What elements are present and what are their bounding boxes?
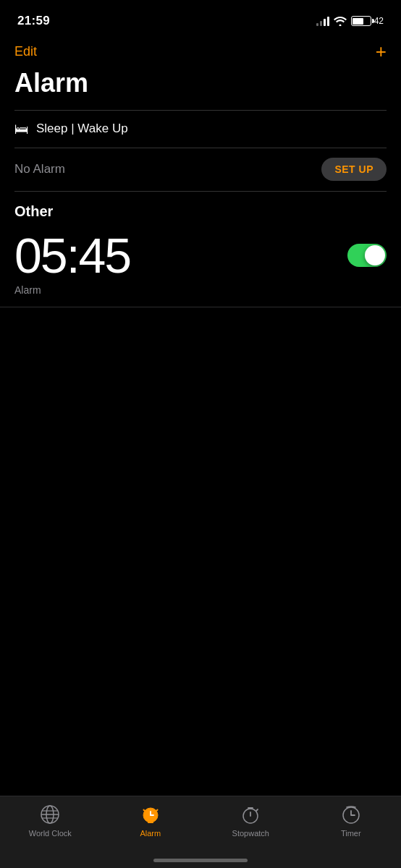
tab-stopwatch-label: Stopwatch [232,829,269,838]
wifi-icon [334,16,347,26]
no-alarm-row: No Alarm SET UP [0,148,401,191]
add-alarm-button[interactable]: + [376,42,387,61]
status-time: 21:59 [17,14,50,28]
timer-icon [340,804,362,825]
sleep-section-header: 🛏 Sleep | Wake Up [0,111,401,148]
status-icons: 42 [316,16,384,26]
other-section: Other [0,192,401,220]
status-bar: 21:59 42 [0,0,401,36]
alarm-time: 05:45 [14,229,130,283]
tab-alarm[interactable]: Alarm [125,804,176,838]
alarm-tab-icon [140,804,161,825]
signal-icon [316,16,329,26]
toggle-knob [365,245,385,265]
alarm-toggle-container [347,244,387,267]
other-label: Other [14,203,387,220]
alarm-divider [0,307,401,307]
tab-world-clock[interactable]: World Clock [25,804,75,838]
alarm-toggle[interactable] [347,244,387,267]
world-clock-icon [39,804,61,825]
svg-line-17 [256,809,258,811]
tab-timer[interactable]: Timer [326,804,376,838]
tab-timer-label: Timer [341,829,361,838]
alarm-label-row: Alarm [0,282,401,307]
battery-icon: 42 [351,16,384,26]
alarm-label: Alarm [14,284,41,296]
tab-stopwatch[interactable]: Stopwatch [225,804,276,838]
setup-button[interactable]: SET UP [321,158,387,181]
tab-world-clock-label: World Clock [29,829,72,838]
edit-button[interactable]: Edit [14,44,37,59]
sleep-label: Sleep | Wake Up [36,122,128,136]
nav-bar: Edit + [0,36,401,68]
page-title: Alarm [0,68,401,110]
bed-icon: 🛏 [14,121,29,137]
tab-bar: World Clock Alarm [0,796,401,868]
battery-level: 42 [374,16,384,26]
home-indicator [153,859,248,862]
no-alarm-text: No Alarm [14,162,65,176]
tab-alarm-label: Alarm [140,829,161,838]
stopwatch-icon [240,804,261,825]
alarm-time-row[interactable]: 05:45 [0,223,401,283]
